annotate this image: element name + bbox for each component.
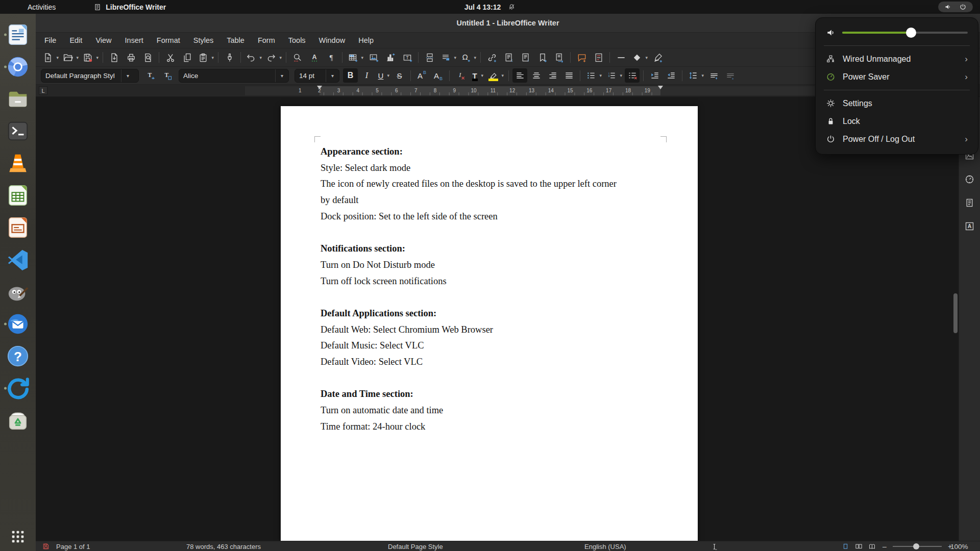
align-justify-button[interactable]	[561, 68, 576, 83]
vertical-scrollbar-thumb[interactable]	[953, 293, 958, 333]
toolbar-separator[interactable]	[103, 52, 103, 63]
volume-slider[interactable]	[842, 28, 968, 38]
insert-hyperlink-button[interactable]	[484, 50, 500, 65]
menu-item[interactable]: Tools	[282, 34, 312, 46]
insert-footnote-button[interactable]	[501, 50, 517, 65]
print-button[interactable]	[123, 50, 139, 65]
multi-page-view-button[interactable]	[853, 542, 864, 551]
dock-thunderbird[interactable]	[4, 308, 32, 340]
decrease-indent-button[interactable]	[664, 68, 678, 83]
save-button[interactable]	[81, 50, 100, 65]
page-number-status[interactable]: Page 1 of 1	[56, 541, 90, 551]
toolbar-separator[interactable]	[218, 52, 218, 63]
formatting-marks-button[interactable]	[323, 50, 339, 65]
dock-software-updater[interactable]	[4, 372, 32, 404]
text-line[interactable]: Default Applications section:	[321, 306, 662, 322]
single-page-view-button[interactable]	[840, 542, 850, 551]
insert-table-button[interactable]	[346, 50, 364, 65]
font-name-combo[interactable]: Alice ▾	[179, 69, 289, 83]
new-document-button[interactable]	[41, 50, 60, 65]
power-off-menu-item[interactable]: Power Off / Log Out ›	[823, 130, 971, 148]
insert-endnote-button[interactable]	[518, 50, 533, 65]
cross-reference-button[interactable]	[551, 50, 567, 65]
insert-comment-button[interactable]	[574, 50, 590, 65]
special-character-button[interactable]	[458, 50, 477, 65]
system-status-area[interactable]	[938, 2, 973, 12]
page-break-button[interactable]	[422, 50, 437, 65]
decrease-paragraph-spacing-button[interactable]	[723, 68, 738, 83]
strikethrough-button[interactable]: S	[392, 68, 407, 83]
dock-trash[interactable]	[4, 404, 32, 436]
text-line[interactable]: Default Music: Select VLC	[321, 338, 662, 354]
toolbar-separator[interactable]	[286, 52, 286, 63]
dock-vlc[interactable]	[4, 147, 32, 179]
page-style-status[interactable]: Default Page Style	[388, 541, 443, 551]
insert-image-button[interactable]	[365, 50, 381, 65]
horizontal-line-button[interactable]	[613, 50, 629, 65]
menu-item[interactable]: Format	[150, 34, 187, 46]
superscript-button[interactable]: AB	[414, 68, 429, 83]
language-status[interactable]: English (USA)	[584, 541, 626, 551]
font-color-button[interactable]: T	[470, 68, 484, 83]
toolbar-separator[interactable]	[159, 52, 159, 63]
dock-terminal[interactable]	[4, 115, 32, 147]
sidebar-navigator-icon[interactable]	[962, 171, 977, 187]
menu-item[interactable]: Table	[220, 34, 251, 46]
underline-button[interactable]: U	[376, 68, 390, 83]
toolbar-separator[interactable]	[342, 52, 342, 63]
paste-button[interactable]	[196, 50, 215, 65]
chevron-down-icon[interactable]: ▾	[275, 69, 288, 82]
menu-item[interactable]: Insert	[118, 34, 150, 46]
insert-field-button[interactable]	[438, 50, 457, 65]
text-line[interactable]: Notifications section:	[321, 241, 662, 257]
clone-formatting-button[interactable]	[222, 50, 237, 65]
menu-item[interactable]: Edit	[63, 34, 89, 46]
text-line[interactable]	[321, 224, 662, 241]
toolbar-separator[interactable]	[682, 70, 682, 81]
track-changes-button[interactable]	[591, 50, 606, 65]
align-right-button[interactable]	[545, 68, 560, 83]
document-text[interactable]: Appearance section: Style: Select dark m…	[321, 144, 662, 435]
chevron-down-icon[interactable]: ▾	[326, 69, 339, 82]
zoom-out-button[interactable]: –	[880, 542, 889, 550]
spelling-button[interactable]	[306, 50, 322, 65]
ordered-list-button[interactable]	[604, 68, 623, 83]
dock-gimp[interactable]	[4, 276, 32, 308]
text-line[interactable]: The icon of newly created files on the d…	[321, 176, 662, 192]
menu-item[interactable]: Help	[352, 34, 380, 46]
dock-chromium[interactable]	[4, 51, 32, 83]
settings-menu-item[interactable]: Settings ›	[823, 94, 971, 112]
clear-formatting-button[interactable]	[453, 68, 468, 83]
new-style-button[interactable]	[159, 68, 175, 83]
copy-button[interactable]	[179, 50, 195, 65]
text-line[interactable]: by default	[321, 192, 662, 209]
export-pdf-button[interactable]	[106, 50, 122, 65]
chevron-down-icon[interactable]: ▾	[121, 69, 134, 82]
toolbar-separator[interactable]	[410, 70, 411, 81]
toolbar-separator[interactable]	[449, 70, 450, 81]
clock[interactable]: Jul 4 13:12	[464, 3, 501, 11]
paragraph-style-combo[interactable]: Default Paragraph Styl ▾	[41, 69, 139, 83]
open-button[interactable]	[61, 50, 80, 65]
zoom-slider-knob[interactable]	[913, 543, 919, 549]
align-left-button[interactable]	[512, 68, 527, 83]
wired-menu-item[interactable]: Wired Unmanaged ›	[823, 50, 971, 68]
toolbar-separator[interactable]	[240, 52, 241, 63]
insert-chart-button[interactable]	[382, 50, 398, 65]
toolbar-separator[interactable]	[643, 70, 644, 81]
line-spacing-button[interactable]	[686, 68, 705, 83]
dock-libreoffice-calc[interactable]	[4, 179, 32, 211]
menu-item[interactable]: View	[89, 34, 118, 46]
show-applications-button[interactable]	[4, 527, 32, 547]
menu-item[interactable]: Window	[312, 34, 352, 46]
dock-files[interactable]	[4, 83, 32, 115]
insert-bookmark-button[interactable]	[534, 50, 550, 65]
cut-button[interactable]	[162, 50, 178, 65]
zoom-level-status[interactable]: 100%	[950, 541, 968, 551]
align-center-button[interactable]	[529, 68, 544, 83]
sidebar-style-inspector-icon[interactable]	[962, 218, 977, 234]
activities-button[interactable]: Activities	[23, 2, 60, 12]
highlight-color-button[interactable]	[486, 68, 505, 83]
document-page[interactable]: Appearance section: Style: Select dark m…	[281, 106, 698, 541]
unordered-list-button[interactable]	[584, 68, 603, 83]
